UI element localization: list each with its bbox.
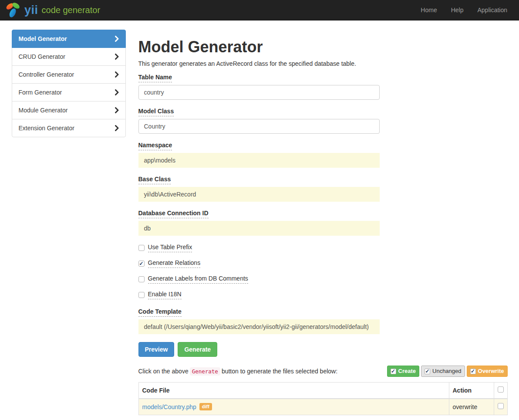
code-template-label: Code Template (138, 308, 182, 317)
sidebar-item-label: Model Generator (19, 34, 67, 43)
db-connection-label: Database Connection ID (138, 210, 209, 218)
generate-labels-label[interactable]: Generate Labels from DB Comments (148, 275, 248, 284)
namespace-label: Namespace (138, 142, 172, 150)
brand-suffix-text: code generator (42, 5, 101, 15)
code-file-header: Code File (138, 383, 449, 399)
model-class-label: Model Class (138, 108, 174, 116)
form-group-base-class: Base Class yii\db\ActiveRecord (138, 176, 508, 202)
form-group-namespace: Namespace app\models (138, 142, 508, 168)
use-table-prefix-label[interactable]: Use Table Prefix (148, 244, 192, 252)
filter-create-toggle[interactable]: Create (387, 366, 419, 377)
sidebar-item-module-generator[interactable]: Module Generator (12, 101, 126, 119)
form-group-db-connection: Database Connection ID db (138, 210, 508, 236)
form-group-model-class: Model Class (138, 108, 508, 134)
brand-link[interactable]: yii code generator (4, 1, 100, 19)
generate-hint: Click on the aboveGeneratebutton to gene… (138, 368, 338, 375)
sidebar-item-label: Module Generator (19, 106, 68, 115)
row-checkbox[interactable] (498, 403, 504, 409)
nav-link-home[interactable]: Home (407, 7, 437, 14)
filter-overwrite-toggle[interactable]: Overwrite (467, 366, 508, 377)
enable-i18n-label[interactable]: Enable I18N (148, 291, 182, 299)
chevron-right-icon (115, 36, 119, 42)
chevron-right-icon (115, 54, 119, 60)
preview-button[interactable]: Preview (138, 342, 175, 357)
checkbox-group-generate-relations: Generate Relations (138, 259, 508, 268)
action-cell: overwrite (449, 399, 494, 415)
chevron-right-icon (115, 89, 119, 95)
hint-suffix: button to generate the files selected be… (222, 368, 337, 375)
code-template-value[interactable]: default (/Users/qiang/Web/yii/basic2/ven… (138, 319, 380, 334)
checkbox-group-enable-i18n: Enable I18N (138, 291, 508, 299)
chevron-right-icon (115, 71, 119, 78)
filter-create-label: Create (398, 367, 416, 375)
checkbox-group-use-table-prefix: Use Table Prefix (138, 244, 508, 252)
sidebar-item-controller-generator[interactable]: Controller Generator (12, 65, 126, 84)
sidebar-item-label: Controller Generator (19, 70, 74, 79)
sidebar-item-label: CRUD Generator (19, 52, 65, 61)
generator-sidebar: Model Generator CRUD Generator Controlle… (12, 30, 126, 137)
page-title: Model Generator (138, 38, 508, 56)
brand-yii-text: yii (24, 3, 38, 17)
select-all-cell (494, 383, 507, 399)
navbar: yii code generator Home Help Application (0, 0, 519, 20)
table-row: models/Country.phpdiff overwrite (138, 399, 507, 415)
page-description: This generator generates an ActiveRecord… (138, 60, 508, 67)
action-header: Action (449, 383, 494, 399)
select-all-checkbox[interactable] (498, 386, 504, 393)
sidebar-item-model-generator[interactable]: Model Generator (12, 30, 126, 48)
db-connection-value[interactable]: db (138, 221, 380, 236)
nav-link-help[interactable]: Help (437, 7, 464, 14)
checkbox-group-generate-labels: Generate Labels from DB Comments (138, 275, 508, 284)
generate-relations-checkbox[interactable] (138, 261, 145, 267)
form-buttons: Preview Generate (138, 342, 508, 357)
filter-unchanged-toggle[interactable]: Unchanged (421, 366, 465, 377)
file-filters: Create Unchanged Overwrite (387, 366, 508, 377)
base-class-value[interactable]: yii\db\ActiveRecord (138, 187, 380, 202)
enable-i18n-checkbox[interactable] (138, 292, 145, 298)
form-group-code-template: Code Template default (/Users/qiang/Web/… (138, 308, 508, 334)
table-name-label: Table Name (138, 74, 172, 82)
hint-prefix: Click on the above (138, 368, 189, 375)
namespace-value[interactable]: app\models (138, 153, 380, 168)
sidebar-item-form-generator[interactable]: Form Generator (12, 83, 126, 102)
sidebar-item-crud-generator[interactable]: CRUD Generator (12, 47, 126, 66)
generate-labels-checkbox[interactable] (138, 276, 145, 282)
sidebar-item-label: Form Generator (19, 88, 62, 97)
yii-logo-icon (4, 1, 22, 19)
filter-unchanged-checkbox[interactable] (425, 369, 430, 374)
sidebar-item-extension-generator[interactable]: Extension Generator (12, 119, 126, 137)
main-content: Model Generator This generator generates… (138, 30, 508, 420)
chevron-right-icon (115, 107, 119, 113)
sidebar-item-label: Extension Generator (19, 124, 74, 132)
filter-overwrite-label: Overwrite (478, 367, 504, 375)
nav-link-application[interactable]: Application (464, 7, 508, 14)
filter-unchanged-label: Unchanged (432, 367, 462, 375)
chevron-right-icon (115, 125, 119, 131)
code-files-table: Code File Action models/Country.phpdiff … (138, 382, 508, 415)
row-select-cell (494, 399, 507, 415)
generate-button[interactable]: Generate (178, 342, 217, 357)
use-table-prefix-checkbox[interactable] (138, 245, 145, 251)
code-file-link[interactable]: models/Country.php (142, 403, 196, 410)
filter-create-checkbox[interactable] (391, 369, 396, 374)
navbar-links: Home Help Application (407, 7, 507, 14)
results-row: Click on the aboveGeneratebutton to gene… (138, 366, 508, 377)
code-file-cell: models/Country.phpdiff (138, 399, 449, 415)
filter-overwrite-checkbox[interactable] (470, 369, 476, 374)
table-name-input[interactable] (138, 85, 380, 100)
model-class-input[interactable] (138, 119, 380, 134)
hint-code: Generate (190, 367, 220, 376)
table-header-row: Code File Action (138, 383, 507, 399)
diff-badge[interactable]: diff (199, 403, 212, 410)
form-group-table-name: Table Name (138, 74, 508, 100)
generate-relations-label[interactable]: Generate Relations (148, 259, 201, 268)
base-class-label: Base Class (138, 176, 171, 184)
